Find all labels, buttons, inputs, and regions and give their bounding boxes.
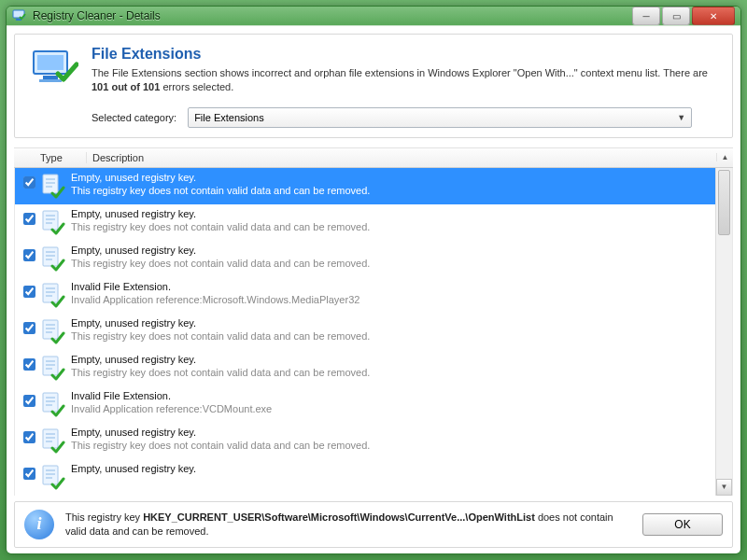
row-detail: Invalid Application reference:VCDMount.e… — [71, 403, 712, 414]
list-item[interactable]: Empty, unused registry key.This registry… — [15, 204, 715, 241]
row-title: Empty, unused registry key. — [71, 427, 712, 438]
row-detail: This registry key does not contain valid… — [71, 221, 712, 232]
svg-rect-35 — [46, 433, 55, 435]
header-pane: File Extensions The File Extensions sect… — [14, 34, 733, 138]
row-detail: This registry key does not contain valid… — [71, 185, 712, 196]
svg-rect-13 — [46, 222, 52, 224]
svg-rect-29 — [46, 368, 52, 370]
svg-rect-17 — [46, 259, 52, 260]
row-title: Empty, unused registry key. — [71, 317, 712, 329]
file-icon — [39, 244, 71, 273]
client-area: File Extensions The File Extensions sect… — [7, 25, 740, 554]
list-item[interactable]: Empty, unused registry key.This registry… — [15, 350, 715, 386]
svg-rect-28 — [46, 364, 55, 366]
category-label: Selected category: — [92, 112, 176, 123]
file-icon — [39, 426, 71, 455]
row-text: Empty, unused registry key.This registry… — [71, 244, 712, 269]
row-text: Invalid File Extension.Invalid Applicati… — [71, 280, 712, 305]
svg-rect-8 — [46, 182, 55, 184]
maximize-button[interactable]: ▭ — [662, 7, 690, 25]
row-checkbox[interactable] — [23, 176, 35, 189]
row-checkbox-cell — [19, 426, 39, 443]
list-item[interactable]: Invalid File Extension.Invalid Applicati… — [15, 386, 715, 423]
chevron-down-icon: ▼ — [677, 113, 685, 122]
row-checkbox-cell — [19, 280, 39, 298]
svg-rect-16 — [46, 255, 55, 257]
svg-rect-7 — [46, 178, 55, 180]
category-select[interactable]: File Extensions ▼ — [188, 107, 692, 128]
row-checkbox[interactable] — [23, 322, 35, 334]
list-item[interactable]: Empty, unused registry key.This registry… — [15, 168, 715, 204]
row-text: Empty, unused registry key. — [71, 462, 712, 476]
row-checkbox[interactable] — [23, 358, 35, 371]
file-icon — [39, 462, 71, 492]
row-detail: This registry key does not contain valid… — [71, 440, 712, 451]
svg-rect-9 — [46, 186, 52, 188]
svg-rect-36 — [46, 437, 55, 439]
list-item[interactable]: Empty, unused registry key.This registry… — [15, 314, 715, 350]
row-text: Invalid File Extension.Invalid Applicati… — [71, 389, 712, 414]
section-heading: File Extensions — [92, 46, 713, 63]
row-checkbox-cell — [19, 171, 39, 189]
close-button[interactable]: ✕ — [692, 7, 735, 25]
row-text: Empty, unused registry key.This registry… — [71, 353, 712, 378]
svg-rect-5 — [39, 79, 62, 82]
scrollbar-thumb[interactable] — [718, 170, 730, 235]
svg-rect-25 — [46, 331, 52, 333]
row-title: Empty, unused registry key. — [71, 172, 712, 183]
svg-rect-31 — [46, 397, 55, 399]
scrollbar[interactable]: ▼ — [715, 168, 732, 496]
svg-rect-23 — [46, 324, 55, 326]
row-checkbox[interactable] — [23, 286, 35, 298]
file-icon — [39, 353, 71, 383]
app-icon — [12, 8, 27, 23]
row-title: Empty, unused registry key. — [71, 208, 712, 219]
window: Registry Cleaner - Details ─ ▭ ✕ — [6, 6, 741, 554]
ok-button[interactable]: OK — [642, 513, 723, 536]
file-icon — [39, 171, 71, 201]
file-icon — [39, 280, 71, 310]
list-item[interactable]: Empty, unused registry key.This registry… — [15, 241, 715, 277]
list-item[interactable]: Invalid File Extension.Invalid Applicati… — [15, 277, 715, 314]
row-checkbox[interactable] — [23, 395, 35, 407]
row-title: Empty, unused registry key. — [71, 245, 712, 256]
row-checkbox-cell — [19, 462, 39, 480]
file-icon — [39, 316, 71, 346]
list-item[interactable]: Empty, unused registry key. — [15, 459, 715, 496]
svg-rect-32 — [46, 400, 55, 402]
row-checkbox[interactable] — [23, 468, 35, 480]
svg-rect-37 — [46, 441, 52, 442]
scroll-down-button[interactable]: ▼ — [716, 479, 732, 496]
list-item[interactable]: Empty, unused registry key.This registry… — [15, 423, 715, 459]
section-description: The File Extensions section shows incorr… — [92, 66, 713, 94]
results-list[interactable]: Empty, unused registry key.This registry… — [15, 168, 715, 496]
row-checkbox[interactable] — [23, 431, 35, 443]
svg-rect-11 — [46, 215, 55, 217]
info-icon: i — [24, 510, 54, 539]
row-detail: This registry key does not contain valid… — [71, 258, 712, 269]
file-icon — [39, 207, 71, 237]
row-title: Empty, unused registry key. — [71, 463, 712, 474]
row-checkbox-cell — [19, 207, 39, 225]
window-buttons: ─ ▭ ✕ — [630, 7, 735, 25]
column-type[interactable]: Type — [38, 152, 87, 163]
row-detail: This registry key does not contain valid… — [71, 367, 712, 378]
row-detail: This registry key does not contain valid… — [71, 330, 712, 342]
row-text: Empty, unused registry key.This registry… — [71, 426, 712, 451]
svg-rect-39 — [46, 469, 55, 471]
svg-rect-15 — [46, 251, 55, 253]
svg-rect-12 — [46, 218, 55, 220]
row-checkbox-cell — [19, 316, 39, 334]
file-icon — [39, 389, 71, 419]
scrollbar-track[interactable] — [716, 168, 732, 479]
column-headers: Type Description ▲ — [14, 147, 733, 168]
row-checkbox[interactable] — [23, 213, 35, 225]
row-title: Invalid File Extension. — [71, 281, 712, 292]
titlebar[interactable]: Registry Cleaner - Details ─ ▭ ✕ — [7, 7, 740, 25]
row-checkbox[interactable] — [23, 249, 35, 261]
scroll-up-header[interactable]: ▲ — [716, 153, 733, 161]
minimize-button[interactable]: ─ — [632, 7, 660, 25]
svg-rect-40 — [46, 473, 55, 475]
column-description[interactable]: Description — [87, 152, 716, 163]
row-checkbox-cell — [19, 244, 39, 261]
